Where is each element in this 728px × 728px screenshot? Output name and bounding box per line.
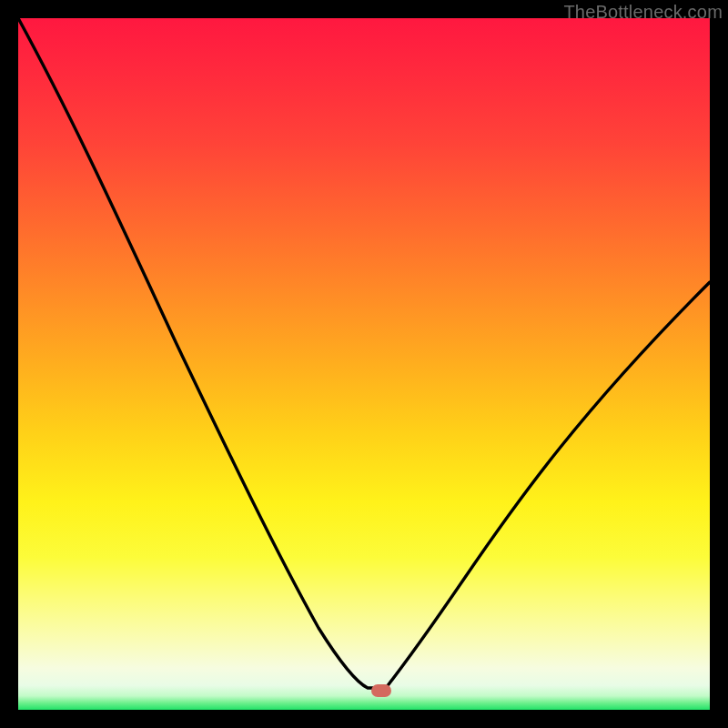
bottleneck-curve [18,18,710,710]
chart-container: TheBottleneck.com [0,0,728,728]
watermark-text: TheBottleneck.com [563,2,723,23]
optimal-point-marker [371,684,391,697]
plot-area [18,18,710,710]
